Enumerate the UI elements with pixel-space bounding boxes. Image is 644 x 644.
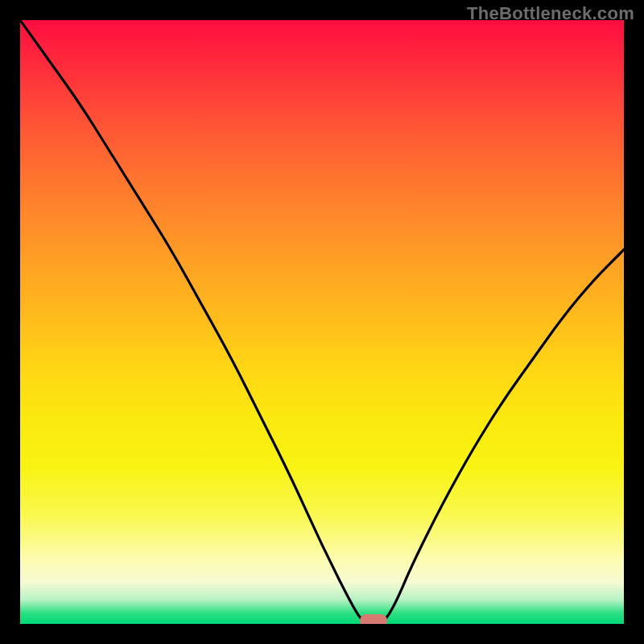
curve-path — [20, 20, 624, 624]
bottleneck-curve — [20, 20, 624, 624]
watermark-label: TheBottleneck.com — [467, 3, 634, 24]
minimum-marker — [360, 614, 387, 624]
chart-frame: TheBottleneck.com — [0, 0, 644, 644]
plot-area — [20, 20, 624, 624]
